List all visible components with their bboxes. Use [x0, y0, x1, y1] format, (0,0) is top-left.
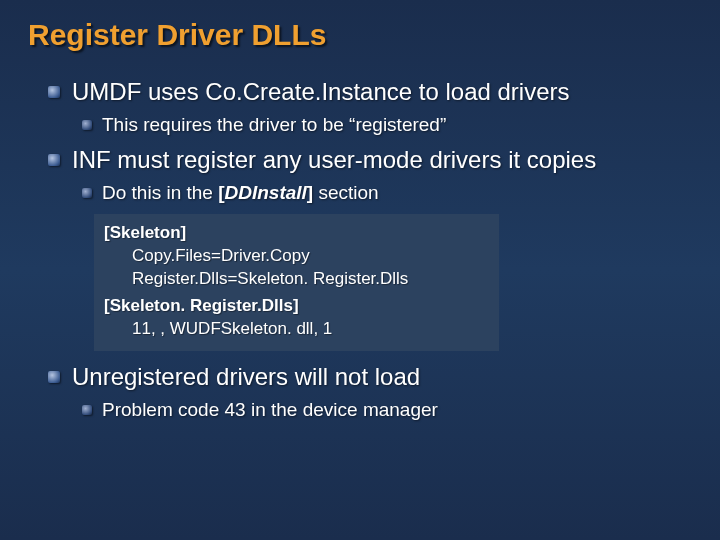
code-section-header: [Skeleton. Register.Dlls]: [104, 295, 489, 318]
code-block: [Skeleton] Copy.Files=Driver.Copy Regist…: [94, 214, 499, 351]
code-section-header: [Skeleton]: [104, 222, 489, 245]
subbullet-item-3a: Problem code 43 in the device manager: [28, 397, 692, 423]
bullet-icon: [82, 188, 92, 198]
bullet-icon: [82, 405, 92, 415]
subbullet-text: This requires the driver to be “register…: [102, 112, 446, 138]
bullet-icon: [48, 154, 60, 166]
slide-title: Register Driver DLLs: [28, 18, 692, 52]
bullet-icon: [48, 371, 60, 383]
slide: Register Driver DLLs UMDF uses Co.Create…: [0, 0, 720, 449]
bullet-text: Unregistered drivers will not load: [72, 361, 420, 393]
bullet-text: INF must register any user-mode drivers …: [72, 144, 596, 176]
subbullet-text: Do this in the [DDInstall] section: [102, 180, 379, 206]
code-line: Register.Dlls=Skeleton. Register.Dlls: [104, 268, 489, 291]
bullet-text: UMDF uses Co.Create.Instance to load dri…: [72, 76, 570, 108]
subbullet-item-2a: Do this in the [DDInstall] section: [28, 180, 692, 206]
bullet-item-2: INF must register any user-mode drivers …: [28, 144, 692, 351]
code-line: Copy.Files=Driver.Copy: [104, 245, 489, 268]
subbullet-item-1a: This requires the driver to be “register…: [28, 112, 692, 138]
bullet-item-3: Unregistered drivers will not load Probl…: [28, 361, 692, 423]
bullet-item-1: UMDF uses Co.Create.Instance to load dri…: [28, 76, 692, 138]
bullet-icon: [82, 120, 92, 130]
bullet-icon: [48, 86, 60, 98]
bullet-list: UMDF uses Co.Create.Instance to load dri…: [28, 76, 692, 423]
code-line: 11, , WUDFSkeleton. dll, 1: [104, 318, 489, 341]
subbullet-text: Problem code 43 in the device manager: [102, 397, 438, 423]
